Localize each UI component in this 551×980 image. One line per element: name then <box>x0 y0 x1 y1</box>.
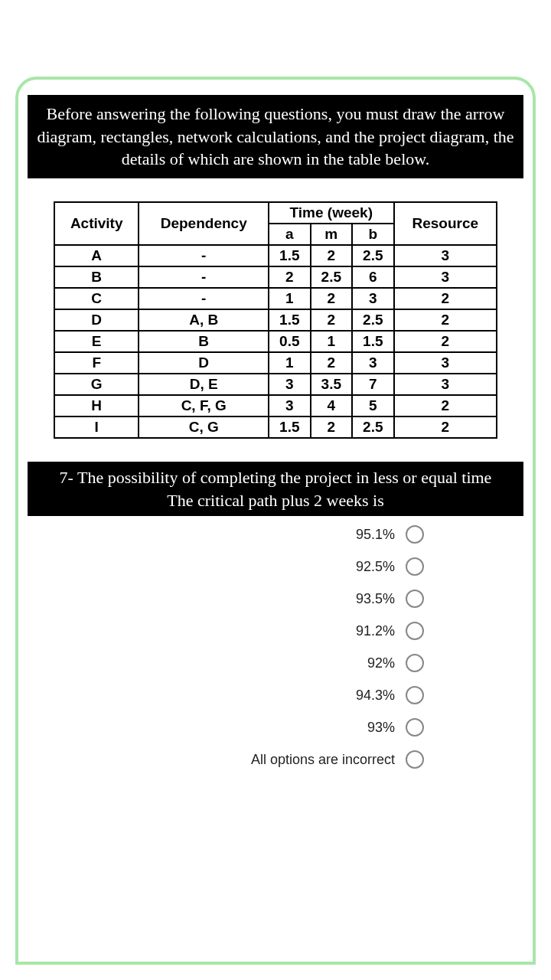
radio-icon[interactable] <box>406 557 424 576</box>
cell-a: 1.5 <box>269 416 311 438</box>
cell-resource: 2 <box>394 416 497 438</box>
question-card: Before answering the following questions… <box>15 77 536 965</box>
cell-activity: C <box>54 288 139 309</box>
instruction-text: Before answering the following questions… <box>37 104 514 168</box>
option-row[interactable]: 93% <box>28 718 424 737</box>
cell-b: 6 <box>352 266 394 288</box>
cell-dependency: A, B <box>139 309 269 331</box>
col-time-group: Time (week) <box>269 202 394 224</box>
cell-resource: 3 <box>394 266 497 288</box>
cell-dependency: - <box>139 245 269 266</box>
cell-activity: F <box>54 352 139 374</box>
cell-dependency: - <box>139 288 269 309</box>
option-row[interactable]: 92% <box>28 654 424 672</box>
cell-resource: 3 <box>394 352 497 374</box>
option-label: 94.3% <box>356 688 395 704</box>
cell-resource: 2 <box>394 395 497 416</box>
option-row[interactable]: 95.1% <box>28 525 424 544</box>
cell-activity: I <box>54 416 139 438</box>
table-row: FD1233 <box>54 352 497 374</box>
activity-table: Activity Dependency Time (week) Resource… <box>54 201 497 439</box>
cell-b: 2.5 <box>352 309 394 331</box>
table-row: EB0.511.52 <box>54 331 497 352</box>
radio-icon[interactable] <box>406 525 424 544</box>
question-line1: 7- The possibility of completing the pro… <box>35 466 516 489</box>
col-m: m <box>311 224 353 245</box>
col-b: b <box>352 224 394 245</box>
cell-b: 2.5 <box>352 245 394 266</box>
cell-dependency: - <box>139 266 269 288</box>
option-row[interactable]: 91.2% <box>28 622 424 640</box>
cell-m: 2 <box>311 288 353 309</box>
options-list: 95.1%92.5%93.5%91.2%92%94.3%93%All optio… <box>28 525 523 769</box>
cell-b: 5 <box>352 395 394 416</box>
radio-icon[interactable] <box>406 686 424 704</box>
cell-dependency: B <box>139 331 269 352</box>
cell-m: 2 <box>311 309 353 331</box>
activity-table-wrap: Activity Dependency Time (week) Resource… <box>54 201 497 439</box>
cell-a: 1 <box>269 352 311 374</box>
cell-m: 3.5 <box>311 374 353 395</box>
cell-a: 1.5 <box>269 309 311 331</box>
cell-activity: G <box>54 374 139 395</box>
cell-activity: H <box>54 395 139 416</box>
cell-m: 2 <box>311 352 353 374</box>
cell-resource: 3 <box>394 245 497 266</box>
cell-resource: 2 <box>394 309 497 331</box>
col-dependency: Dependency <box>139 202 269 245</box>
radio-icon[interactable] <box>406 622 424 640</box>
table-row: A-1.522.53 <box>54 245 497 266</box>
radio-icon[interactable] <box>406 718 424 737</box>
cell-resource: 3 <box>394 374 497 395</box>
cell-activity: B <box>54 266 139 288</box>
cell-activity: E <box>54 331 139 352</box>
option-row[interactable]: 93.5% <box>28 590 424 608</box>
cell-a: 3 <box>269 395 311 416</box>
question-banner: 7- The possibility of completing the pro… <box>28 462 523 516</box>
cell-b: 3 <box>352 352 394 374</box>
table-row: HC, F, G3452 <box>54 395 497 416</box>
option-row[interactable]: 92.5% <box>28 557 424 576</box>
col-a: a <box>269 224 311 245</box>
cell-b: 3 <box>352 288 394 309</box>
option-row[interactable]: 94.3% <box>28 686 424 704</box>
col-resource: Resource <box>394 202 497 245</box>
cell-a: 1.5 <box>269 245 311 266</box>
cell-dependency: D, E <box>139 374 269 395</box>
cell-b: 2.5 <box>352 416 394 438</box>
option-label: All options are incorrect <box>251 752 395 768</box>
option-row[interactable]: All options are incorrect <box>28 750 424 769</box>
cell-dependency: C, G <box>139 416 269 438</box>
cell-activity: A <box>54 245 139 266</box>
cell-m: 4 <box>311 395 353 416</box>
table-row: DA, B1.522.52 <box>54 309 497 331</box>
cell-a: 3 <box>269 374 311 395</box>
page: Before answering the following questions… <box>0 0 551 980</box>
col-activity: Activity <box>54 202 139 245</box>
cell-m: 2 <box>311 416 353 438</box>
option-label: 93.5% <box>356 591 395 607</box>
cell-m: 2 <box>311 245 353 266</box>
option-label: 92.5% <box>356 559 395 575</box>
radio-icon[interactable] <box>406 654 424 672</box>
cell-a: 1 <box>269 288 311 309</box>
cell-a: 2 <box>269 266 311 288</box>
radio-icon[interactable] <box>406 590 424 608</box>
table-row: B-22.563 <box>54 266 497 288</box>
cell-dependency: D <box>139 352 269 374</box>
table-row: IC, G1.522.52 <box>54 416 497 438</box>
cell-m: 1 <box>311 331 353 352</box>
cell-b: 7 <box>352 374 394 395</box>
question-line2: The critical path plus 2 weeks is <box>35 489 516 512</box>
option-label: 93% <box>367 720 395 736</box>
option-label: 95.1% <box>356 527 395 543</box>
option-label: 92% <box>367 655 395 671</box>
cell-a: 0.5 <box>269 331 311 352</box>
cell-resource: 2 <box>394 288 497 309</box>
radio-icon[interactable] <box>406 750 424 769</box>
instruction-banner: Before answering the following questions… <box>28 95 523 178</box>
cell-dependency: C, F, G <box>139 395 269 416</box>
cell-resource: 2 <box>394 331 497 352</box>
cell-m: 2.5 <box>311 266 353 288</box>
table-row: GD, E33.573 <box>54 374 497 395</box>
